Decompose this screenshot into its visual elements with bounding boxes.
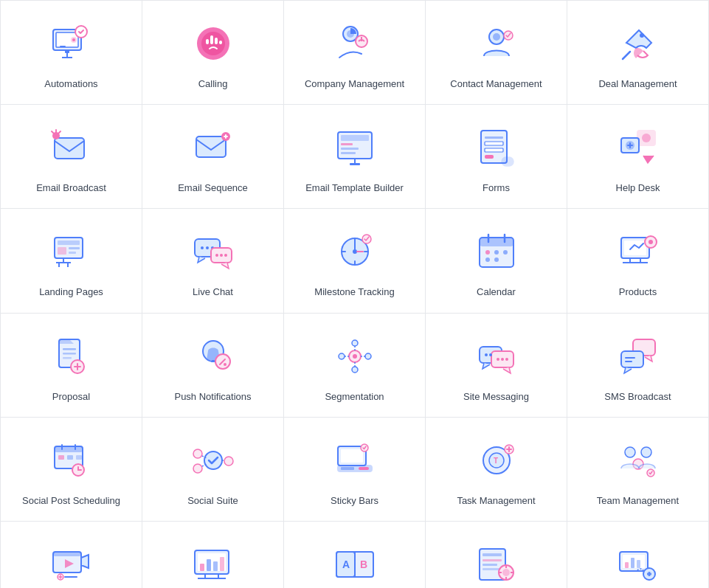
cell-sticky-bars[interactable]: Sticky Bars <box>284 418 426 522</box>
svg-point-116 <box>505 358 508 361</box>
cell-live-chat[interactable]: Live Chat <box>142 209 284 313</box>
cell-deal-management[interactable]: Deal Management <box>567 1 709 105</box>
svg-rect-120 <box>621 351 643 367</box>
svg-line-25 <box>58 131 60 134</box>
cell-web-analytics[interactable]: Web Analytics <box>142 522 284 588</box>
svg-point-115 <box>501 358 504 361</box>
svg-rect-93 <box>63 353 76 355</box>
svg-point-46 <box>642 134 651 142</box>
svg-rect-158 <box>53 552 81 556</box>
icon-push-notifications <box>187 330 240 383</box>
icon-email-template-builder <box>328 121 381 174</box>
cell-milestone-tracking[interactable]: Milestone Tracking <box>284 209 426 313</box>
svg-point-106 <box>339 353 345 359</box>
label-products: Products <box>619 286 657 299</box>
label-landing-pages: Landing Pages <box>39 286 103 299</box>
cell-contact-management[interactable]: Contact Management <box>426 1 567 105</box>
label-social-post-scheduling: Social Post Scheduling <box>22 494 120 508</box>
svg-point-82 <box>485 257 490 262</box>
icon-calling <box>187 17 240 70</box>
svg-rect-52 <box>58 241 80 245</box>
svg-point-118 <box>489 353 492 356</box>
svg-point-62 <box>206 246 209 249</box>
svg-rect-194 <box>637 560 640 568</box>
icon-live-chat <box>187 225 240 278</box>
svg-point-114 <box>497 358 499 361</box>
label-email-broadcast: Email Broadcast <box>36 181 106 195</box>
label-email-template-builder: Email Template Builder <box>305 181 404 195</box>
svg-rect-144 <box>341 467 354 470</box>
svg-text:A: A <box>342 558 350 570</box>
icon-company-management <box>328 17 381 70</box>
cell-sms-broadcast[interactable]: SMS Broadcast <box>567 314 709 418</box>
svg-point-135 <box>193 464 202 473</box>
svg-rect-12 <box>210 35 213 44</box>
svg-rect-53 <box>58 247 66 255</box>
cell-custom-reporting[interactable]: Custom Reporting <box>426 522 567 588</box>
icon-email-broadcast <box>45 121 98 174</box>
svg-rect-42 <box>485 148 503 152</box>
label-team-management: Team Management <box>597 494 679 508</box>
svg-point-107 <box>365 353 371 359</box>
icon-help-desk <box>612 121 665 174</box>
svg-rect-169 <box>220 557 224 571</box>
svg-rect-38 <box>350 163 360 165</box>
svg-point-136 <box>224 457 233 466</box>
cell-task-management[interactable]: T Task Management <box>426 418 567 522</box>
svg-text:T: T <box>494 457 498 465</box>
svg-point-104 <box>352 340 358 346</box>
label-deal-management: Deal Management <box>598 77 677 91</box>
svg-rect-3 <box>65 50 69 53</box>
cell-email-template-builder[interactable]: Email Template Builder <box>284 105 426 209</box>
cell-workflows[interactable]: Workflows <box>567 522 709 588</box>
cell-landing-pages[interactable]: Landing Pages <box>1 209 142 313</box>
svg-point-80 <box>494 250 499 255</box>
svg-point-66 <box>220 254 223 257</box>
cell-help-desk[interactable]: Help Desk <box>567 105 709 209</box>
svg-rect-43 <box>485 155 494 159</box>
cell-products[interactable]: Products <box>567 209 709 313</box>
cell-push-notifications[interactable]: Push Notifications <box>142 314 284 418</box>
svg-rect-182 <box>483 564 497 566</box>
svg-rect-92 <box>63 348 76 350</box>
products-grid: Automations Calling <box>0 0 709 588</box>
icon-products <box>612 225 665 278</box>
cell-email-sequence[interactable]: Email Sequence <box>142 105 284 209</box>
cell-ab-landing-pages[interactable]: A B A/B Landing Pages <box>284 522 426 588</box>
icon-web-analytics <box>187 538 240 588</box>
icon-email-sequence <box>187 121 240 174</box>
svg-rect-85 <box>624 241 646 255</box>
icon-sms-broadcast <box>612 330 665 383</box>
cell-proposal[interactable]: Proposal <box>1 314 142 418</box>
icon-contact-management <box>470 17 523 70</box>
svg-rect-13 <box>215 38 218 44</box>
cell-automations[interactable]: Automations <box>1 1 142 105</box>
svg-point-133 <box>204 452 222 469</box>
svg-point-105 <box>352 367 358 373</box>
svg-point-117 <box>485 353 488 356</box>
cell-video-templates[interactable]: Video Templates <box>1 522 142 588</box>
cell-company-management[interactable]: Company Management <box>284 1 426 105</box>
svg-point-79 <box>485 250 490 255</box>
svg-rect-192 <box>625 562 629 568</box>
svg-point-19 <box>493 33 500 41</box>
svg-point-154 <box>641 447 651 457</box>
cell-social-post-scheduling[interactable]: Social Post Scheduling <box>1 418 142 522</box>
cell-team-management[interactable]: Team Management <box>567 418 709 522</box>
svg-rect-129 <box>76 455 82 460</box>
icon-segmentation <box>328 330 381 383</box>
label-forms: Forms <box>483 181 510 195</box>
cell-social-suite[interactable]: Social Suite <box>142 418 284 522</box>
svg-rect-180 <box>483 553 502 556</box>
svg-rect-94 <box>63 357 72 359</box>
svg-rect-143 <box>359 467 369 470</box>
cell-calendar[interactable]: Calendar <box>426 209 567 313</box>
svg-rect-193 <box>631 558 634 568</box>
cell-segmentation[interactable]: Segmentation <box>284 314 426 418</box>
svg-rect-167 <box>207 559 211 571</box>
cell-site-messaging[interactable]: Site Messaging <box>426 314 567 418</box>
cell-calling[interactable]: Calling <box>142 1 284 105</box>
cell-email-broadcast[interactable]: Email Broadcast <box>1 105 142 209</box>
svg-point-8 <box>72 38 75 41</box>
cell-forms[interactable]: Forms <box>426 105 567 209</box>
